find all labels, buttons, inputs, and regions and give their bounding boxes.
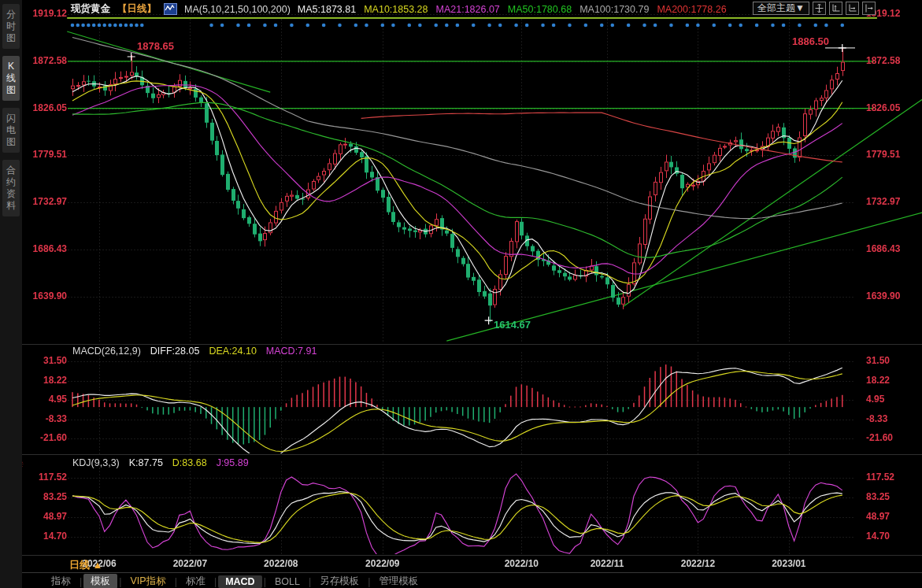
sidebar-item-1[interactable]: K线图 (2, 56, 20, 101)
left-sidebar: 分时图K线图闪电图合约资料 (0, 0, 22, 588)
toolbar-tab-4[interactable]: 标准 (179, 574, 213, 588)
toolbar-tab-7[interactable]: 另存模板 (313, 574, 366, 588)
y-axis-label: 1826.05 (24, 102, 67, 113)
macd-dea-value: DEA:24.10 (209, 346, 256, 357)
y-axis-label: 4.95 (24, 394, 67, 405)
toolbar-separator: | (173, 576, 179, 587)
period-label: 【日线】 (117, 2, 157, 16)
sidebar-item-2[interactable]: 闪电图 (2, 108, 20, 153)
y-axis-label: 48.97 (866, 511, 916, 522)
kdj-d-value: D:83.68 (172, 457, 207, 468)
bottom-toolbar: 指标|模板|VIP指标|标准|MACD|BOLL|另存模板|管理模板 (44, 574, 425, 588)
y-axis-label: 1686.43 (866, 243, 916, 254)
toolbar-separator: | (117, 576, 123, 587)
collapse-right-icon[interactable] (862, 2, 876, 15)
sidebar-item-0[interactable]: 分时图 (2, 4, 20, 49)
annotation-june-high: 1878.65 (137, 40, 174, 52)
x-axis-label: 2023/01 (772, 558, 805, 569)
ma-value: MA100:1730.79 (579, 4, 649, 15)
pan-icon[interactable] (813, 2, 826, 15)
ma-value: MA5:1873.81 (298, 4, 356, 15)
ma-value: MA21:1826.07 (436, 4, 500, 15)
y-axis-label: 1732.97 (24, 196, 67, 207)
ma-value: MA200:1778.26 (657, 4, 726, 15)
toolbar-separator: | (213, 576, 218, 587)
x-axis-label: 2022/09 (365, 558, 399, 569)
y-axis-label: 18.22 (24, 375, 67, 386)
trading-app: 分时图K线图闪电图合约资料 现货黄金 【日线】 MA(5,10,21,50,10… (0, 0, 922, 588)
kdj-title: KDJ(9,3,3) (72, 457, 120, 468)
ma-settings-label: MA(5,10,21,50,100,200) (184, 4, 291, 15)
kdj-header: KDJ(9,3,3) K:87.75 D:83.68 J:95.89 (72, 457, 249, 468)
x-axis-label: 2022/10 (505, 558, 539, 569)
kdj-j-value: J:95.89 (217, 457, 249, 468)
toolbar-tab-6[interactable]: BOLL (268, 575, 307, 588)
annotation-latest-high: 1886.50 (792, 35, 829, 47)
y-axis-label: 1639.90 (24, 290, 67, 301)
y-axis-label: 1919.12 (24, 8, 67, 19)
y-axis-label: -8.33 (24, 413, 67, 424)
chart-header: 现货黄金 【日线】 MA(5,10,21,50,100,200) MA5:187… (71, 2, 727, 16)
y-axis-label: 14.70 (866, 531, 916, 542)
theme-dropdown[interactable]: 全部主题▼ (753, 2, 809, 15)
toolbar-tab-8[interactable]: 管理模板 (372, 574, 425, 588)
y-axis-label: 1779.51 (24, 149, 67, 160)
x-axis-label: 2022/12 (681, 558, 715, 569)
toolbar-separator: | (78, 576, 83, 587)
panel-divider (0, 555, 922, 556)
y-axis-label: 83.25 (866, 491, 916, 502)
header-right-controls: 全部主题▼ (753, 2, 876, 15)
y-axis-label: 1779.51 (866, 149, 916, 160)
ma-value: MA50:1780.68 (508, 4, 572, 15)
panel-divider (0, 454, 922, 455)
toolbar-separator: | (307, 576, 313, 587)
y-axis-label: 4.95 (866, 394, 916, 405)
annotation-sept-low: 1614.67 (494, 319, 531, 331)
toolbar-tab-1[interactable]: 指标 (44, 574, 78, 588)
y-axis-label: 48.97 (24, 511, 67, 522)
y-axis-label: 1872.58 (24, 55, 67, 66)
axis-shift-icon[interactable] (846, 2, 859, 15)
chart-canvas[interactable] (0, 0, 922, 588)
macd-diff-value: DIFF:28.05 (150, 346, 200, 357)
y-axis-label: 1872.58 (866, 55, 916, 66)
kdj-k-value: K:87.75 (129, 457, 163, 468)
y-axis-label: 83.25 (24, 491, 67, 502)
period-selector[interactable]: 日线 ▲ (69, 558, 102, 572)
toolbar-tab-5[interactable]: MACD (218, 575, 262, 588)
toolbar-divider (0, 572, 922, 573)
y-axis-label: 1732.97 (866, 196, 916, 207)
y-axis-label: -21.60 (24, 432, 67, 443)
macd-title: MACD(26,12,9) (72, 346, 141, 357)
macd-macd-value: MACD:7.91 (266, 346, 317, 357)
y-axis-label: 14.70 (24, 531, 67, 542)
y-axis-label: -21.60 (866, 432, 916, 443)
toolbar-separator: | (366, 576, 372, 587)
sidebar-item-3[interactable]: 合约资料 (2, 160, 20, 216)
ma-values: MA5:1873.81MA10:1853.28MA21:1826.07MA50:… (298, 4, 727, 15)
x-axis-label: 2022/08 (264, 558, 298, 569)
y-axis-label: 117.52 (866, 472, 916, 483)
y-axis-label: 31.50 (24, 355, 67, 366)
y-axis-label: 31.50 (866, 355, 916, 366)
macd-header: MACD(26,12,9) DIFF:28.05 DEA:24.10 MACD:… (72, 346, 317, 357)
y-axis-label: 117.52 (24, 472, 67, 483)
toolbar-separator: | (262, 576, 268, 587)
toolbar-tab-3[interactable]: VIP指标 (124, 574, 173, 588)
y-axis-label: 1686.43 (24, 243, 67, 254)
panel-divider (0, 344, 922, 345)
y-axis-label: -8.33 (866, 413, 916, 424)
x-axis-label: 2022/11 (591, 558, 624, 569)
x-axis-label: 2022/07 (173, 558, 207, 569)
axis-scale-icon[interactable] (829, 2, 842, 15)
y-axis-label: 18.22 (866, 375, 916, 386)
ma-value: MA10:1853.28 (364, 4, 428, 15)
y-axis-label: 1826.05 (866, 102, 916, 113)
symbol-name: 现货黄金 (71, 2, 110, 16)
toolbar-tab-2[interactable]: 模板 (83, 574, 117, 588)
chart-type-icon (164, 3, 177, 15)
y-axis-label: 1639.90 (866, 290, 916, 301)
